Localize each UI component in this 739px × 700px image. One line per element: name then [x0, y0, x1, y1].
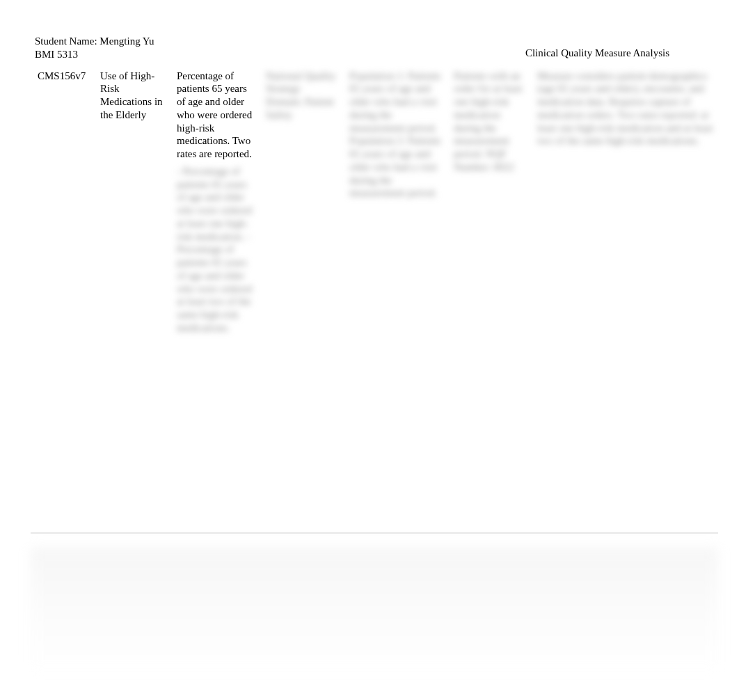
- measure-title-cell: Use of High-Risk Medications in the Elde…: [93, 67, 170, 533]
- strategy-domain-cell: National Quality Strategy Domain: Patien…: [259, 67, 342, 533]
- measure-id-cell: CMS156v7: [31, 67, 93, 533]
- header-left: Student Name: Mengting Yu BMI 5313: [35, 35, 154, 61]
- measure-description-cell: Percentage of patients 65 years of age a…: [170, 67, 259, 533]
- table-row: CMS156v7 Use of High-Risk Medications in…: [31, 67, 718, 533]
- strategy-domain: National Quality Strategy Domain: Patien…: [266, 70, 338, 122]
- header-right: Clinical Quality Measure Analysis: [525, 35, 704, 61]
- page-title: Clinical Quality Measure Analysis: [525, 47, 669, 58]
- student-label: Student Name:: [35, 35, 100, 47]
- student-line: Student Name: Mengting Yu: [35, 35, 154, 48]
- population-cell: Population 1: Patients 65 years of age a…: [342, 67, 447, 533]
- notes-cell: Measure considers patient demographics (…: [530, 67, 718, 533]
- measure-title: Use of High-Risk Medications in the Elde…: [100, 70, 163, 120]
- measure-table: CMS156v7 Use of High-Risk Medications in…: [31, 67, 718, 534]
- measure-description-clear: Percentage of patients 65 years of age a…: [177, 70, 252, 160]
- numerator-cell: Patients with an order for at least one …: [447, 67, 530, 533]
- measure-description-blurred: - Percentage of patients 65 years of age…: [177, 165, 255, 335]
- measure-id: CMS156v7: [38, 70, 86, 81]
- notes-text: Measure considers patient demographics (…: [537, 70, 714, 148]
- population-text: Population 1: Patients 65 years of age a…: [349, 70, 443, 200]
- numerator-text: Patients with an order for at least one …: [454, 70, 526, 174]
- course-code: BMI 5313: [35, 48, 154, 61]
- document-header: Student Name: Mengting Yu BMI 5313 Clini…: [0, 0, 739, 61]
- next-row-preview: [31, 548, 718, 673]
- student-name: Mengting Yu: [100, 35, 154, 47]
